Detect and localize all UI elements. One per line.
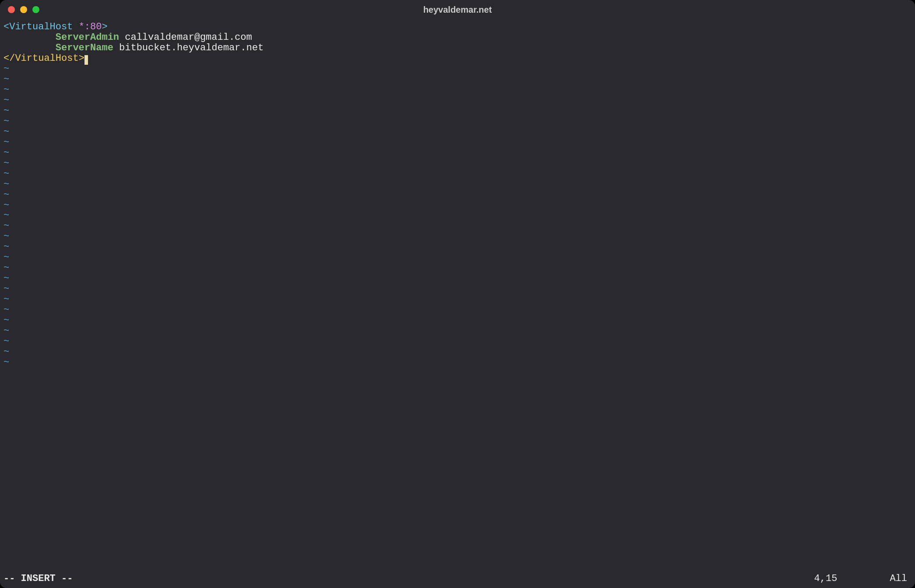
empty-line-marker: ~: [4, 231, 911, 242]
window-title: heyvaldemar.net: [0, 5, 915, 15]
empty-line-marker: ~: [4, 305, 911, 315]
code-token: ServerAdmin: [56, 32, 119, 43]
code-token: [73, 21, 78, 32]
status-bar: -- INSERT -- 4,15 All: [0, 571, 915, 588]
empty-line-marker: ~: [4, 210, 911, 221]
text-cursor: [84, 55, 88, 65]
empty-line-marker: ~: [4, 357, 911, 368]
empty-line-marker: ~: [4, 127, 911, 137]
empty-line-marker: ~: [4, 64, 911, 74]
editor-line[interactable]: </VirtualHost>: [4, 53, 911, 64]
empty-line-marker: ~: [4, 221, 911, 231]
empty-line-marker: ~: [4, 137, 911, 148]
code-token: bitbucket.heyvaldemar.net: [113, 42, 264, 53]
terminal-window: heyvaldemar.net <VirtualHost *:80>Server…: [0, 0, 915, 588]
empty-line-marker: ~: [4, 74, 911, 85]
code-token: <: [4, 21, 9, 32]
empty-line-marker: ~: [4, 95, 911, 106]
window-controls: [8, 6, 39, 13]
empty-line-marker: ~: [4, 252, 911, 263]
empty-line-marker: ~: [4, 169, 911, 179]
editor-area[interactable]: <VirtualHost *:80>ServerAdmin callvaldem…: [0, 19, 915, 571]
code-token: *:80: [79, 21, 102, 32]
empty-line-marker: ~: [4, 284, 911, 294]
empty-line-marker: ~: [4, 148, 911, 158]
code-token: ServerName: [56, 42, 113, 53]
empty-line-marker: ~: [4, 116, 911, 127]
empty-line-marker: ~: [4, 85, 911, 95]
empty-line-marker: ~: [4, 326, 911, 336]
editor-line[interactable]: ServerAdmin callvaldemar@gmail.com: [4, 32, 911, 43]
close-icon[interactable]: [8, 6, 15, 13]
empty-line-marker: ~: [4, 336, 911, 347]
code-token: VirtualHost: [9, 21, 73, 32]
code-token: callvaldemar@gmail.com: [119, 32, 252, 43]
code-token: >: [102, 21, 107, 32]
empty-line-marker: ~: [4, 294, 911, 305]
empty-line-marker: ~: [4, 158, 911, 169]
minimize-icon[interactable]: [20, 6, 27, 13]
editor-line[interactable]: <VirtualHost *:80>: [4, 22, 911, 32]
editor-line[interactable]: ServerName bitbucket.heyvaldemar.net: [4, 43, 911, 53]
mode-indicator: -- INSERT --: [4, 573, 73, 584]
empty-line-marker: ~: [4, 315, 911, 326]
scroll-indicator: All: [890, 573, 907, 584]
code-token: </VirtualHost>: [4, 53, 84, 64]
cursor-position: 4,15: [814, 573, 838, 584]
empty-line-marker: ~: [4, 347, 911, 357]
empty-line-marker: ~: [4, 263, 911, 273]
empty-line-marker: ~: [4, 200, 911, 211]
empty-line-marker: ~: [4, 273, 911, 284]
empty-line-marker: ~: [4, 106, 911, 116]
titlebar: heyvaldemar.net: [0, 0, 915, 19]
empty-line-marker: ~: [4, 190, 911, 200]
empty-line-marker: ~: [4, 179, 911, 190]
zoom-icon[interactable]: [32, 6, 39, 13]
empty-line-marker: ~: [4, 242, 911, 252]
